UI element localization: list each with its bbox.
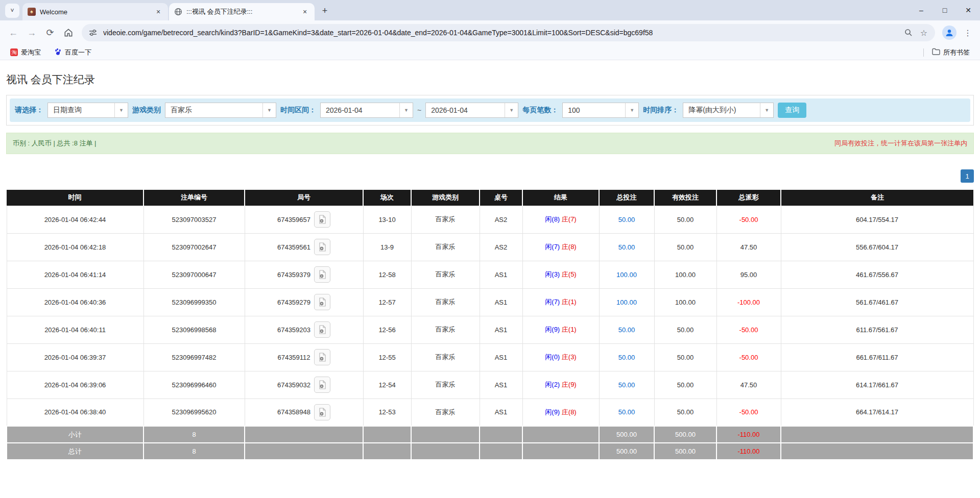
bookmark-item-2[interactable]: 百度一下 — [50, 47, 95, 58]
chevron-down-icon[interactable]: ▼ — [625, 103, 638, 117]
cell-valid-bet: 50.00 — [654, 371, 716, 399]
home-icon[interactable] — [60, 24, 77, 41]
cell-remark: 556.67/604.17 — [781, 233, 973, 261]
close-window-button[interactable]: ✕ — [957, 0, 980, 20]
video-replay-icon[interactable] — [314, 321, 330, 338]
url-text[interactable]: videoie.com/game/betrecord_search/kind3?… — [103, 29, 898, 37]
cell-remark: 661.67/611.67 — [781, 343, 973, 371]
page-size-dropdown[interactable]: 100 ▼ — [562, 103, 639, 118]
chevron-down-icon[interactable]: ▼ — [760, 103, 773, 117]
page-number-button[interactable]: 1 — [961, 169, 974, 183]
folder-icon — [932, 48, 940, 57]
round-id-wrap: 674359032 — [245, 371, 363, 399]
table-row: 2026-01-04 06:42:18523097002647674359561… — [7, 233, 973, 261]
cell-remark: 614.17/661.67 — [781, 371, 973, 399]
footer-label: 总计 — [7, 443, 144, 460]
browser-menu-icon[interactable]: ⋮ — [961, 26, 975, 40]
cell-game-kind: 百家乐 — [411, 261, 480, 288]
round-id-wrap: 674359279 — [245, 289, 363, 316]
video-replay-icon[interactable] — [314, 377, 330, 393]
minimize-button[interactable]: – — [910, 0, 933, 20]
video-replay-icon[interactable] — [314, 266, 330, 283]
reload-icon[interactable]: ⟳ — [42, 24, 58, 41]
video-replay-icon[interactable] — [314, 211, 330, 228]
video-replay-icon[interactable] — [314, 404, 330, 420]
cell-round-id: 674359657 — [245, 206, 363, 233]
cell-session: 13-10 — [363, 206, 411, 233]
round-id-text: 674359379 — [277, 271, 310, 279]
video-replay-icon[interactable] — [314, 349, 330, 365]
close-icon[interactable]: × — [300, 7, 309, 16]
new-tab-button[interactable]: + — [318, 4, 332, 18]
cell-table-no: AS2 — [480, 233, 522, 261]
result-player: 闲(7) — [545, 298, 560, 306]
profile-avatar[interactable] — [942, 26, 957, 40]
footer-empty-cell — [781, 426, 973, 443]
video-replay-icon[interactable] — [314, 239, 330, 255]
cell-payout: 47.50 — [716, 233, 781, 261]
column-header: 总派彩 — [716, 190, 781, 206]
bookmark-item-1[interactable]: 淘爱淘宝 — [6, 47, 45, 58]
result-player: 闲(0) — [545, 353, 560, 361]
game-kind-dropdown[interactable]: 百家乐 ▼ — [165, 103, 276, 118]
chevron-down-icon[interactable]: ▼ — [505, 103, 518, 117]
cell-table-no: AS1 — [480, 316, 522, 343]
search-button[interactable]: 查询 — [778, 103, 806, 118]
globe-icon — [174, 8, 182, 16]
column-header: 总投注 — [599, 190, 654, 206]
cell-remark: 664.17/614.17 — [781, 399, 973, 426]
round-id-wrap: 674359112 — [245, 344, 363, 371]
date-start-picker[interactable]: 2026-01-04 ▼ — [320, 103, 413, 118]
cell-remark: 461.67/556.67 — [781, 261, 973, 288]
cell-total-bet: 100.00 — [599, 261, 654, 288]
sort-dropdown[interactable]: 降幂(由大到小) ▼ — [683, 103, 774, 118]
chevron-down-icon[interactable]: ▼ — [262, 103, 276, 117]
browser-tab-2[interactable]: :::视讯 会员下注纪录:::× — [169, 3, 315, 20]
bet-records-table: 时间注单编号局号场次游戏类别桌号结果总投注有效投注总派彩备注 2026-01-0… — [6, 190, 974, 460]
footer-payout: -110.00 — [716, 426, 781, 443]
maximize-button[interactable]: □ — [933, 0, 957, 20]
cell-time: 2026-01-04 06:39:06 — [7, 371, 144, 399]
select-type-label: 请选择： — [15, 106, 43, 115]
cell-round-id: 674359203 — [245, 316, 363, 343]
filter-panel: 请选择： 日期查询 ▼ 游戏类别 百家乐 ▼ 时间区间： 2026-01-04 … — [6, 95, 974, 126]
result-player: 闲(3) — [545, 270, 560, 278]
cell-round-id: 674359379 — [245, 261, 363, 288]
bookmark-star-icon[interactable]: ☆ — [919, 28, 929, 38]
video-replay-icon[interactable] — [314, 294, 330, 310]
browser-tab-1[interactable]: ♠Welcome× — [22, 3, 168, 20]
chevron-down-icon[interactable]: ▼ — [114, 103, 128, 117]
result-banker: 庄(7) — [562, 215, 577, 223]
cell-session: 12-55 — [363, 343, 411, 371]
round-id-text: 674359561 — [277, 243, 310, 251]
baidu-icon — [54, 48, 62, 57]
cell-bet-id: 523097000647 — [144, 261, 245, 288]
tab-search-button[interactable]: ˅ — [5, 4, 19, 18]
cell-payout: -50.00 — [716, 399, 781, 426]
round-id-text: 674359032 — [277, 381, 310, 389]
cell-game-kind: 百家乐 — [411, 206, 480, 233]
cards-logo-icon: ♠ — [28, 8, 36, 16]
cell-time: 2026-01-04 06:40:11 — [7, 316, 144, 343]
cell-bet-id: 523097002647 — [144, 233, 245, 261]
zoom-icon[interactable] — [903, 28, 914, 38]
bookmark-label: 百度一下 — [65, 48, 91, 57]
query-type-dropdown[interactable]: 日期查询 ▼ — [47, 103, 128, 118]
site-settings-icon[interactable] — [88, 28, 98, 38]
back-icon[interactable]: ← — [5, 24, 21, 41]
date-end-picker[interactable]: 2026-01-04 ▼ — [425, 103, 518, 118]
all-bookmarks-button[interactable]: 所有书签 — [928, 47, 974, 58]
cell-session: 12-57 — [363, 288, 411, 316]
round-id-text: 674359203 — [277, 326, 310, 334]
chevron-down-icon[interactable]: ▼ — [399, 103, 413, 117]
cell-table-no: AS1 — [480, 261, 522, 288]
sort-label: 时间排序： — [643, 106, 679, 115]
close-icon[interactable]: × — [154, 7, 163, 16]
address-bar[interactable]: videoie.com/game/betrecord_search/kind3?… — [82, 24, 935, 41]
round-id-text: 674359112 — [277, 354, 310, 361]
cell-result: 闲(9) 庄(8) — [522, 399, 599, 426]
cell-table-no: AS2 — [480, 206, 522, 233]
forward-icon[interactable]: → — [23, 24, 40, 41]
window-controls: – □ ✕ — [910, 0, 980, 20]
result-banker: 庄(9) — [562, 381, 577, 388]
